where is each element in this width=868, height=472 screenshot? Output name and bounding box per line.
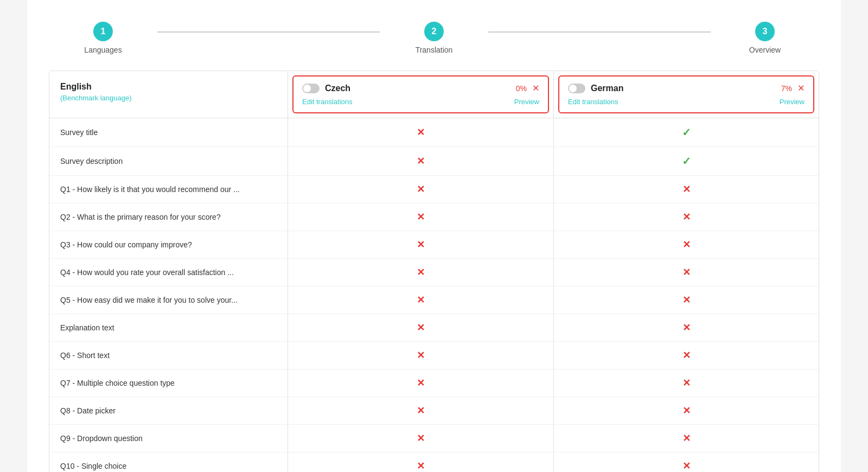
czech-edit-link[interactable]: Edit translations <box>302 98 353 106</box>
row-label-10: Q8 - Date picker <box>49 397 288 425</box>
step-line-1 <box>157 31 380 33</box>
czech-toggle[interactable] <box>302 84 320 93</box>
english-name: English <box>60 82 277 92</box>
row-german-4: ✕ <box>553 231 819 259</box>
row-label-12: Q10 - Single choice <box>49 452 288 472</box>
row-czech-2: ✕ <box>288 176 553 203</box>
german-header-bottom: Edit translations Preview <box>568 98 805 106</box>
czech-header-bottom: Edit translations Preview <box>302 98 539 106</box>
row-german-11: ✕ <box>553 425 819 452</box>
cross-icon: ✕ <box>682 405 691 417</box>
step-1[interactable]: 1 Languages <box>49 22 157 54</box>
row-label-3: Q2 - What is the primary reason for your… <box>49 203 288 231</box>
cross-icon: ✕ <box>417 377 425 389</box>
cross-icon: ✕ <box>417 266 425 278</box>
cross-icon: ✕ <box>417 211 425 223</box>
step-2[interactable]: 2 Translation <box>380 22 488 54</box>
row-label-8: Q6 - Short text <box>49 342 288 369</box>
row-label-5: Q4 - How would you rate your overall sat… <box>49 259 288 286</box>
row-label-1: Survey description <box>49 147 288 176</box>
czech-percent: 0% <box>516 84 527 93</box>
cross-icon: ✕ <box>417 349 425 361</box>
english-header: English (Benchmark language) <box>49 71 288 118</box>
german-header-wrapper: German 7% ✕ Edit translations Preview <box>553 71 819 118</box>
row-czech-12: ✕ <box>288 452 553 472</box>
cross-icon: ✕ <box>682 460 691 472</box>
row-label-11: Q9 - Dropdown question <box>49 425 288 452</box>
cross-icon: ✕ <box>682 239 691 251</box>
row-label-4: Q3 - How could our company improve? <box>49 231 288 259</box>
row-label-2: Q1 - How likely is it that you would rec… <box>49 176 288 203</box>
german-toggle[interactable] <box>568 84 585 93</box>
cross-icon: ✕ <box>417 322 425 334</box>
row-czech-11: ✕ <box>288 425 553 452</box>
row-german-10: ✕ <box>553 397 819 425</box>
cross-icon: ✕ <box>682 183 691 195</box>
row-czech-1: ✕ <box>288 147 553 176</box>
row-german-6: ✕ <box>553 286 819 314</box>
cross-icon: ✕ <box>682 432 691 444</box>
czech-header-top: Czech 0% ✕ <box>302 83 539 93</box>
row-label-9: Q7 - Multiple choice question type <box>49 369 288 397</box>
table-grid: English (Benchmark language) Czech 0% ✕ <box>49 71 819 472</box>
cross-icon: ✕ <box>417 294 425 306</box>
row-german-9: ✕ <box>553 369 819 397</box>
german-preview-link[interactable]: Preview <box>780 98 805 106</box>
cross-icon: ✕ <box>682 349 691 361</box>
benchmark-label: (Benchmark language) <box>60 94 277 102</box>
row-german-2: ✕ <box>553 176 819 203</box>
row-czech-6: ✕ <box>288 286 553 314</box>
row-czech-3: ✕ <box>288 203 553 231</box>
german-close-icon[interactable]: ✕ <box>797 83 805 93</box>
row-german-5: ✕ <box>553 259 819 286</box>
stepper: 1 Languages 2 Translation 3 Overview <box>49 11 819 71</box>
czech-header-left: Czech <box>302 84 350 93</box>
cross-icon: ✕ <box>682 211 691 223</box>
step-3[interactable]: 3 Overview <box>711 22 819 54</box>
cross-icon: ✕ <box>682 294 691 306</box>
cross-icon: ✕ <box>417 155 425 167</box>
german-header-top: German 7% ✕ <box>568 83 805 93</box>
cross-icon: ✕ <box>682 266 691 278</box>
german-header-left: German <box>568 84 623 93</box>
row-czech-7: ✕ <box>288 314 553 342</box>
cross-icon: ✕ <box>417 405 425 417</box>
row-label-7: Explanation text <box>49 314 288 342</box>
row-german-7: ✕ <box>553 314 819 342</box>
german-edit-link[interactable]: Edit translations <box>568 98 618 106</box>
german-name: German <box>591 84 623 93</box>
czech-close-icon[interactable]: ✕ <box>532 83 539 93</box>
german-percent: 7% <box>781 84 792 93</box>
step-3-circle: 3 <box>755 22 775 41</box>
cross-icon: ✕ <box>417 239 425 251</box>
step-2-label: Translation <box>416 46 453 54</box>
row-czech-9: ✕ <box>288 369 553 397</box>
row-czech-4: ✕ <box>288 231 553 259</box>
row-german-1: ✓ <box>553 147 819 176</box>
cross-icon: ✕ <box>682 322 691 334</box>
czech-name: Czech <box>325 84 350 93</box>
row-german-12: ✕ <box>553 452 819 472</box>
translation-table: English (Benchmark language) Czech 0% ✕ <box>49 71 819 472</box>
row-german-3: ✕ <box>553 203 819 231</box>
row-german-8: ✕ <box>553 342 819 369</box>
czech-card: Czech 0% ✕ Edit translations Preview <box>292 75 549 113</box>
row-czech-5: ✕ <box>288 259 553 286</box>
check-icon: ✓ <box>682 126 691 139</box>
german-card: German 7% ✕ Edit translations Preview <box>558 75 814 113</box>
cross-icon: ✕ <box>417 126 425 138</box>
step-1-label: Languages <box>84 46 122 54</box>
step-1-circle: 1 <box>93 22 113 41</box>
check-icon: ✓ <box>682 155 691 168</box>
czech-header-wrapper: Czech 0% ✕ Edit translations Preview <box>288 71 553 118</box>
row-czech-10: ✕ <box>288 397 553 425</box>
row-german-0: ✓ <box>553 118 819 147</box>
cross-icon: ✕ <box>682 377 691 389</box>
row-label-0: Survey title <box>49 118 288 147</box>
czech-preview-link[interactable]: Preview <box>514 98 539 106</box>
row-czech-8: ✕ <box>288 342 553 369</box>
cross-icon: ✕ <box>417 432 425 444</box>
cross-icon: ✕ <box>417 183 425 195</box>
step-line-2 <box>488 31 711 33</box>
step-3-label: Overview <box>749 46 781 54</box>
